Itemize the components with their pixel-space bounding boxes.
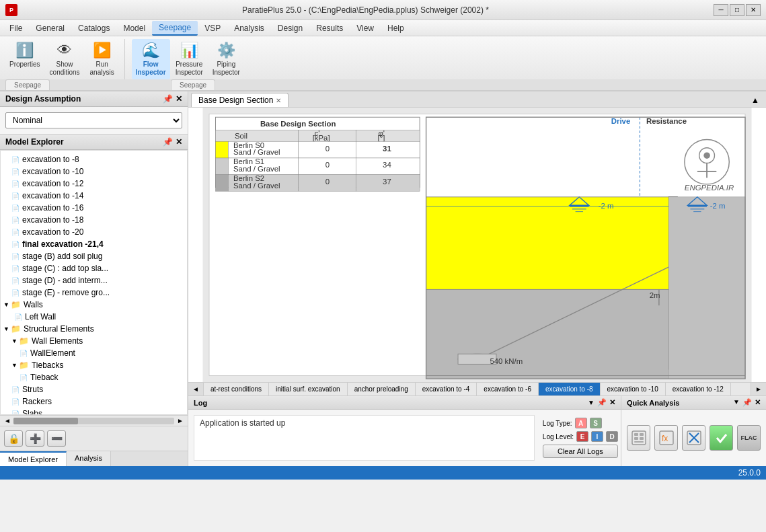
doc-tab-base-design[interactable]: Base Design Section ✕ [191,93,289,107]
clear-all-logs-btn[interactable]: Clear All Logs [543,445,618,458]
ribbon-tab-seepage-1[interactable]: Seepage [5,79,50,90]
stage-tab-initial[interactable]: initial surf. excavation [269,383,348,395]
log-pin-icon[interactable]: 📌 [597,398,607,407]
lock-btn[interactable]: 🔒 [4,430,23,447]
nominal-dropdown[interactable]: Nominal Upper Lower [5,112,182,128]
qa-btn-flac[interactable]: FLAC [737,425,761,451]
tree-item-excavation-18[interactable]: 📄 excavation to -18 [1,214,187,226]
qa-btn-calc3[interactable] [682,425,705,451]
maximize-btn[interactable]: □ [730,4,744,16]
log-level-e-btn[interactable]: E [576,431,588,442]
tree-item-stage-b[interactable]: 📄 stage (B) add soil plug [1,250,187,262]
log-close-btn[interactable]: ✕ [609,398,615,407]
stage-tab-exc-4[interactable]: excavation to -4 [416,383,477,395]
svg-text:Sand / Gravel: Sand / Gravel [233,182,280,190]
log-level-i-btn[interactable]: I [591,431,603,442]
menu-item-design[interactable]: Design [271,22,309,35]
tree-item-excavation-10[interactable]: 📄 excavation to -10 [1,165,187,178]
menu-item-catalogs[interactable]: Catalogs [71,22,116,35]
run-analysis-btn[interactable]: ▶️ Runanalysis [85,39,119,79]
menu-item-seepage[interactable]: Seepage [152,21,198,36]
tree-item-rackers[interactable]: 📄 Rackers [1,395,187,408]
tree-icon: 📄 [11,253,20,260]
tab-analysis[interactable]: Analysis [67,451,111,466]
menu-item-model[interactable]: Model [116,22,152,35]
stage-tab-at-rest[interactable]: at-rest conditions [204,383,269,395]
svg-text:ENGPEDIA.IR: ENGPEDIA.IR [685,184,734,192]
tree-item-stage-d[interactable]: 📄 stage (D) - add interm... [1,274,187,287]
pin-model-icon[interactable]: 📌 [163,137,173,147]
qa-pin-icon[interactable]: 📌 [742,398,752,407]
menu-item-results[interactable]: Results [309,22,350,35]
tree-item-excavation-16[interactable]: 📄 excavation to -16 [1,202,187,214]
tree-item-excavation-14[interactable]: 📄 excavation to -14 [1,190,187,202]
close-design-btn[interactable]: ✕ [176,94,182,104]
menu-item-vsp[interactable]: VSP [198,22,227,35]
tree-item-excavation-8[interactable]: 📄 excavation to -8 [1,153,187,165]
canvas-area: Base Design Section Soil c' [kPa] φ' [°]… [188,108,766,382]
tree-item-final-excavation[interactable]: 📄 final excavation -21,4 [1,238,187,250]
add-btn[interactable]: ➕ [26,430,44,447]
properties-btn[interactable]: ℹ️ Properties [5,39,44,79]
panel-maximize-btn[interactable]: ▲ [747,94,763,106]
tree-icon: 📄 [11,168,20,176]
tree-item-tiebacks[interactable]: ▼ 📁 Tiebacks [1,359,187,371]
menu-item-general[interactable]: General [29,22,71,35]
pin-icon[interactable]: 📌 [163,94,173,104]
piping-inspector-btn[interactable]: ⚙️ PipingInspector [208,39,244,79]
piping-inspector-icon: ⚙️ [217,42,235,59]
close-btn[interactable]: ✕ [746,4,761,16]
menu-item-file[interactable]: File [3,22,29,35]
svg-rect-72 [640,433,644,436]
tree-item-excavation-20[interactable]: 📄 excavation to -20 [1,226,187,238]
tree-item-stage-e[interactable]: 📄 stage (E) - remove gro... [1,287,187,299]
stage-scroll-left[interactable]: ◄ [188,383,204,395]
log-type-a-btn[interactable]: A [575,418,587,428]
flow-inspector-btn[interactable]: 🌊 FlowInspector [132,39,170,79]
qa-btn-calc2[interactable]: fx [654,425,678,451]
svg-rect-42 [668,197,745,379]
menu-item-analysis[interactable]: Analysis [227,22,271,35]
window-controls: ─ □ ✕ [714,4,761,16]
log-level-d-btn[interactable]: D [606,431,618,442]
minimize-btn[interactable]: ─ [714,4,728,16]
close-doc-icon[interactable]: ✕ [276,97,281,104]
tree-item-wall-elements[interactable]: ▼ 📁 Wall Elements [1,335,187,347]
tree-scroll-left[interactable]: ◄ [1,417,13,424]
qa-dropdown-arrow[interactable]: ▼ [733,398,740,407]
log-level-label: Log Level: [543,433,574,441]
tree-item-walls[interactable]: ▼ 📁 Walls [1,299,187,311]
pressure-inspector-btn[interactable]: 📊 PressureInspector [171,39,207,79]
log-dropdown-arrow[interactable]: ▼ [588,399,595,406]
show-conditions-btn[interactable]: 👁 Showconditions [46,39,84,79]
tree-item-stage-c[interactable]: 📄 stage (C) : add top sla... [1,262,187,274]
tree-item-slabs[interactable]: 📄 Slabs [1,408,187,415]
qa-btn-calc1[interactable] [627,425,650,451]
menu-item-view[interactable]: View [350,22,381,35]
tree-item-structural-elements[interactable]: ▼ 📁 Structural Elements [1,323,187,335]
remove-btn[interactable]: ➖ [47,430,66,447]
tab-model-explorer[interactable]: Model Explorer [0,451,67,466]
qa-content: fx FLAC [621,410,766,466]
stage-tab-exc-8[interactable]: excavation to -8 [539,383,601,395]
stage-tab-exc-6[interactable]: excavation to -6 [477,383,539,395]
svg-text:37: 37 [383,178,391,186]
tree-item-wallelement[interactable]: 📄 WallElement [1,347,187,359]
stage-tab-exc-10[interactable]: excavation to -10 [601,383,666,395]
close-model-btn[interactable]: ✕ [176,137,182,147]
svg-text:Resistance: Resistance [646,117,687,125]
qa-btn-checkmark[interactable] [710,425,733,451]
tree-scroll-right[interactable]: ► [174,417,186,424]
menu-item-help[interactable]: Help [381,22,411,35]
stage-tab-anchor[interactable]: anchor preloading [348,383,416,395]
stage-scroll-right[interactable]: ► [751,383,766,395]
ribbon-tab-seepage-2[interactable]: Seepage [171,79,215,90]
tree-item-excavation-12[interactable]: 📄 excavation to -12 [1,178,187,190]
log-type-s-btn[interactable]: S [590,418,602,428]
qa-close-btn[interactable]: ✕ [755,398,761,407]
svg-rect-74 [640,437,644,440]
tree-item-struts[interactable]: 📄 Struts [1,383,187,395]
tree-item-tieback[interactable]: 📄 Tieback [1,371,187,383]
stage-tab-exc-12[interactable]: excavation to -12 [666,383,731,395]
tree-item-left-wall[interactable]: 📄 Left Wall [1,311,187,323]
